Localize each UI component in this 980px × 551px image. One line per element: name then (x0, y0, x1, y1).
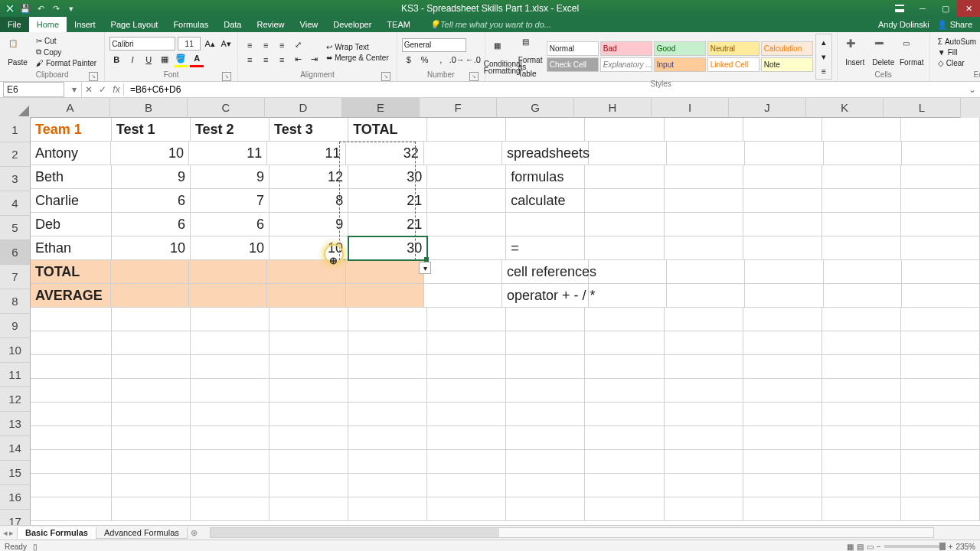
cell-A17[interactable] (31, 497, 112, 521)
cell-E10[interactable] (348, 331, 427, 355)
cell-B9[interactable] (112, 308, 191, 331)
cell-C12[interactable] (191, 379, 270, 403)
column-header-J[interactable]: J (729, 98, 806, 118)
namebox-dropdown-icon[interactable]: ▾ (67, 83, 81, 96)
style-calculation[interactable]: Calculation (761, 41, 813, 56)
autofill-options-icon[interactable]: ▾ (419, 262, 431, 274)
cell-K7[interactable] (824, 260, 902, 284)
cell-B16[interactable] (112, 474, 191, 497)
cell-G13[interactable] (506, 403, 585, 426)
cell-C11[interactable] (191, 355, 270, 379)
style-check-cell[interactable]: Check Cell (547, 57, 599, 72)
style-input[interactable]: Input (654, 57, 706, 72)
cell-styles-gallery[interactable]: Normal Bad Good Neutral Calculation Chec… (547, 41, 813, 72)
conditional-formatting-button[interactable]: ▦ConditionalFormatting (490, 40, 516, 74)
enter-formula-icon[interactable]: ✓ (96, 83, 109, 96)
bold-button[interactable]: B (109, 53, 123, 67)
cell-F14[interactable] (427, 426, 506, 450)
row-header-9[interactable]: 9 (0, 314, 31, 338)
cell-J4[interactable] (743, 189, 822, 213)
decrease-decimal-icon[interactable]: ←.0 (466, 53, 480, 67)
cell-I1[interactable] (665, 118, 743, 142)
cell-C15[interactable] (191, 450, 270, 474)
cell-D1[interactable]: Test 3 (270, 118, 348, 142)
cell-F17[interactable] (427, 497, 506, 521)
cell-G11[interactable] (506, 355, 585, 379)
cell-D8[interactable] (267, 284, 345, 308)
cell-L8[interactable] (902, 284, 980, 308)
format-cells-button[interactable]: ▭Format (899, 37, 925, 67)
clear-button[interactable]: ◇ Clear (935, 58, 979, 68)
cell-L12[interactable] (901, 379, 980, 403)
view-normal-icon[interactable]: ▦ (847, 543, 854, 551)
cell-A2[interactable]: Antony (31, 142, 111, 165)
font-name-select[interactable]: Calibri (109, 37, 175, 51)
cell-F15[interactable] (427, 450, 506, 474)
cell-L11[interactable] (901, 355, 980, 379)
cell-K4[interactable] (822, 189, 901, 213)
comma-format-icon[interactable]: , (434, 53, 448, 67)
cell-G1[interactable] (506, 118, 585, 142)
cell-J14[interactable] (743, 426, 822, 450)
name-box[interactable]: E6 (3, 82, 64, 97)
cell-E6[interactable]: 30 (348, 236, 427, 260)
row-header-17[interactable]: 17 (0, 510, 31, 525)
cell-J5[interactable] (743, 213, 822, 236)
cell-H5[interactable] (585, 213, 664, 236)
cell-C2[interactable]: 11 (189, 142, 267, 165)
increase-decimal-icon[interactable]: .0→ (450, 53, 464, 67)
cell-H4[interactable] (585, 189, 664, 213)
cell-K3[interactable] (822, 165, 901, 189)
cell-E12[interactable] (348, 379, 427, 403)
zoom-in-icon[interactable]: + (949, 543, 953, 551)
cell-K9[interactable] (822, 308, 901, 331)
row-header-11[interactable]: 11 (0, 363, 31, 387)
cell-F4[interactable] (427, 189, 506, 213)
cell-G15[interactable] (506, 450, 585, 474)
styles-more-icon[interactable]: ≡ (817, 64, 831, 78)
tab-file[interactable]: File (0, 17, 29, 32)
new-sheet-icon[interactable]: ⊕ (187, 528, 202, 538)
cell-E8[interactable] (346, 284, 424, 308)
number-format-select[interactable]: General (402, 38, 466, 52)
cell-I12[interactable] (665, 379, 743, 403)
cell-K12[interactable] (822, 379, 901, 403)
fill-color-button[interactable]: 🪣 (174, 51, 188, 67)
cell-J12[interactable] (743, 379, 822, 403)
cell-E3[interactable]: 30 (348, 165, 427, 189)
cell-E11[interactable] (348, 355, 427, 379)
cell-D12[interactable] (270, 379, 348, 403)
cell-C9[interactable] (191, 308, 270, 331)
cell-A4[interactable]: Charlie (31, 189, 112, 213)
cell-C7[interactable] (189, 260, 267, 284)
align-right-icon[interactable]: ≡ (275, 53, 289, 67)
cell-H11[interactable] (585, 355, 664, 379)
cell-A6[interactable]: Ethan (31, 236, 112, 260)
select-all-corner[interactable] (0, 98, 31, 119)
column-header-A[interactable]: A (31, 98, 110, 118)
cell-K6[interactable] (822, 236, 901, 260)
cell-E5[interactable]: 21 (348, 213, 427, 236)
row-header-5[interactable]: 5 (0, 216, 31, 240)
user-name[interactable]: Andy Dolinski (878, 20, 929, 29)
cell-I7[interactable] (667, 260, 745, 284)
cell-G8[interactable]: operator + - / * (502, 284, 589, 308)
insert-cells-button[interactable]: ➕Insert (842, 37, 868, 67)
styles-scroll-down-icon[interactable]: ▾ (817, 50, 831, 64)
cell-E14[interactable] (348, 426, 427, 450)
tab-developer[interactable]: Developer (325, 17, 379, 32)
save-icon[interactable]: 💾 (20, 3, 31, 14)
cell-K13[interactable] (822, 403, 901, 426)
cell-G2[interactable]: spreadsheets (502, 142, 589, 165)
cell-L15[interactable] (901, 450, 980, 474)
cell-G9[interactable] (506, 308, 585, 331)
cell-B10[interactable] (112, 331, 191, 355)
cell-A16[interactable] (31, 474, 112, 497)
cell-C5[interactable]: 6 (191, 213, 270, 236)
font-dialog-icon[interactable]: ↘ (222, 72, 231, 81)
cell-J3[interactable] (743, 165, 822, 189)
cell-L17[interactable] (901, 497, 980, 521)
tab-data[interactable]: Data (216, 17, 249, 32)
cell-D5[interactable]: 9 (270, 213, 348, 236)
cell-H16[interactable] (585, 474, 664, 497)
